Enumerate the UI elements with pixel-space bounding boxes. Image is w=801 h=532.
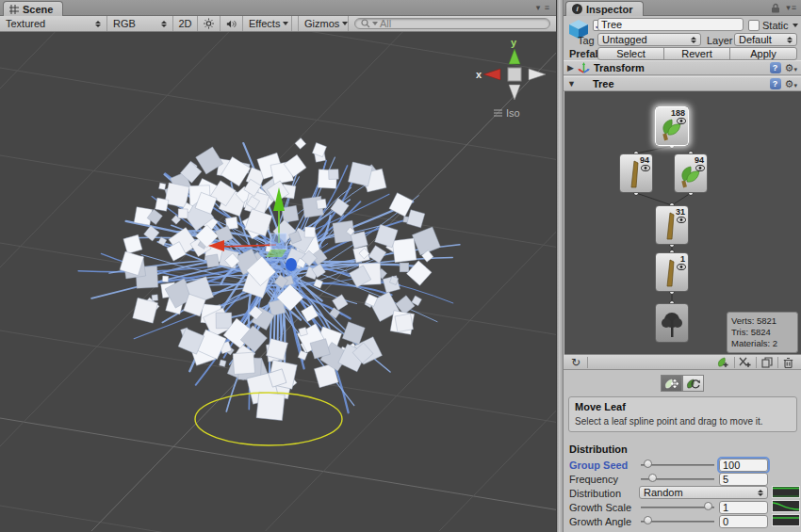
node-branch-group-94[interactable]: 94 — [619, 153, 653, 193]
trash-icon — [783, 357, 793, 368]
tab-scene[interactable]: Scene — [3, 1, 63, 16]
gizmo-cube-icon[interactable] — [508, 68, 521, 81]
slider-knob[interactable] — [648, 474, 657, 482]
node-branch-group-31[interactable]: 31 — [655, 205, 689, 245]
foldout-open-icon[interactable]: ▼ — [567, 79, 576, 89]
move-leaf-tool-button[interactable] — [661, 375, 682, 392]
node-branch-group-1[interactable]: 1 — [655, 252, 689, 292]
inspector-menu-icon[interactable]: ▾≡ — [786, 3, 797, 12]
delete-node-button[interactable] — [779, 356, 797, 368]
verts-stat: Verts: 5821 — [731, 315, 793, 327]
lighting-toggle-button[interactable] — [198, 16, 221, 31]
frequency-field[interactable]: 5 — [719, 473, 768, 486]
right-axis-cone-icon[interactable] — [529, 69, 546, 80]
growth-angle-label: Growth Angle — [569, 516, 631, 527]
node-leaf-group-188[interactable]: 188 — [655, 106, 689, 146]
add-branch-group-button[interactable] — [736, 356, 754, 368]
tool-info-description: Select a leaf spline point and drag to m… — [575, 416, 791, 427]
y-axis-cone-icon[interactable] — [509, 49, 520, 64]
scene-panel: Scene ▾ ≡ Textured RGB 2D E — [0, 0, 556, 532]
duplicate-node-button[interactable] — [758, 356, 776, 368]
axis-x-label: x — [476, 69, 482, 80]
refresh-button[interactable]: ↻ — [566, 356, 585, 368]
distribution-section-header: Distribution — [569, 443, 628, 455]
scene-search-input[interactable]: All — [354, 18, 550, 29]
x-axis-cone-icon[interactable] — [483, 69, 500, 80]
growth-scale-field[interactable]: 1 — [719, 501, 768, 514]
projection-label[interactable]: Iso — [506, 107, 520, 119]
z-axis-handle[interactable] — [286, 258, 297, 271]
distribution-curve-preview[interactable] — [772, 486, 800, 498]
eye-icon[interactable] — [677, 217, 686, 223]
slider-knob[interactable] — [704, 502, 712, 510]
node-tree-root[interactable] — [655, 303, 689, 343]
tree-component-header[interactable]: ▼ Tree ? ⚙▾ — [564, 76, 801, 91]
tool-info-title: Move Leaf — [575, 401, 791, 412]
sun-icon — [204, 18, 214, 29]
node-leaf-group-94[interactable]: 94 — [674, 153, 708, 193]
lock-icon[interactable] — [771, 3, 780, 13]
orientation-gizmo[interactable]: y x Iso — [476, 37, 546, 119]
audio-toggle-button[interactable] — [221, 16, 243, 31]
layer-dropdown[interactable]: Default — [734, 33, 797, 46]
eye-icon[interactable] — [641, 165, 650, 171]
tag-value: Untagged — [602, 34, 647, 45]
render-channels-dropdown[interactable]: RGB — [107, 16, 173, 31]
eye-icon[interactable] — [677, 118, 686, 124]
prefab-select-button[interactable]: Select — [597, 47, 664, 60]
panel-splitter[interactable] — [556, 0, 563, 532]
growth-scale-curve-preview[interactable] — [772, 500, 800, 512]
prefab-select-label: Select — [616, 48, 646, 59]
group-seed-slider[interactable] — [641, 458, 714, 471]
transform-header-label: Transform — [594, 62, 645, 73]
growth-scale-slider[interactable] — [641, 500, 714, 513]
help-icon[interactable]: ? — [770, 62, 781, 73]
help-icon[interactable]: ? — [770, 78, 781, 89]
updown-arrows-icon — [95, 21, 101, 27]
shading-mode-dropdown[interactable]: Textured — [0, 16, 107, 31]
frequency-slider[interactable] — [641, 472, 714, 485]
add-leaf-group-button[interactable] — [714, 356, 732, 368]
growth-angle-slider[interactable] — [641, 514, 714, 527]
layer-value: Default — [739, 34, 772, 45]
gameobject-name-field[interactable]: Tree — [597, 18, 744, 31]
prefab-revert-button[interactable]: Revert — [663, 47, 730, 60]
transform-component-header[interactable]: ▶ Transform ? ⚙▾ — [564, 60, 801, 75]
2d-label: 2D — [178, 18, 191, 29]
static-flags-caret-icon[interactable] — [793, 24, 798, 27]
growth-angle-value: 0 — [723, 516, 728, 527]
group-seed-field[interactable]: 100 — [719, 459, 768, 472]
static-checkbox[interactable] — [748, 20, 760, 31]
eye-icon[interactable] — [695, 165, 705, 171]
scene-panel-menu-icon[interactable]: ▾ ≡ — [536, 3, 550, 12]
gear-icon[interactable]: ⚙▾ — [785, 79, 797, 89]
distribution-mode-label: Distribution — [569, 488, 621, 499]
prefab-revert-label: Revert — [681, 48, 711, 59]
distribution-mode-dropdown[interactable]: Random — [639, 486, 768, 499]
growth-angle-curve-preview[interactable] — [772, 514, 800, 526]
grid-icon — [9, 5, 19, 14]
add-leaf-icon — [717, 357, 729, 368]
scene-viewport[interactable]: y x Iso — [0, 32, 556, 532]
growth-angle-field[interactable]: 0 — [719, 515, 768, 528]
gizmos-dropdown[interactable]: Gizmos — [298, 16, 349, 31]
prefab-apply-button[interactable]: Apply — [729, 47, 797, 60]
inspector-panel: i Inspector ▾≡ ✓ Tree Static Tag Untagge… — [563, 0, 801, 532]
channels-label: RGB — [113, 18, 136, 29]
gizmo-center-cube[interactable] — [270, 234, 286, 250]
node-count: 188 — [671, 108, 685, 118]
gear-icon[interactable]: ⚙▾ — [785, 63, 797, 73]
rotate-leaf-tool-button[interactable] — [682, 375, 704, 392]
duplicate-icon — [761, 357, 773, 368]
axis-y-label: y — [511, 37, 517, 48]
tag-dropdown[interactable]: Untagged — [597, 33, 701, 46]
eye-icon[interactable] — [677, 264, 686, 270]
2d-toggle-button[interactable]: 2D — [173, 16, 198, 31]
static-label: Static — [762, 20, 789, 31]
slider-knob[interactable] — [644, 516, 652, 524]
tab-inspector[interactable]: i Inspector — [565, 1, 644, 16]
tree-node-canvas[interactable]: 188 94 94 31 — [564, 91, 801, 355]
effects-dropdown[interactable]: Effects — [243, 16, 292, 31]
slider-knob[interactable] — [644, 459, 652, 468]
foldout-closed-icon[interactable]: ▶ — [567, 63, 574, 73]
